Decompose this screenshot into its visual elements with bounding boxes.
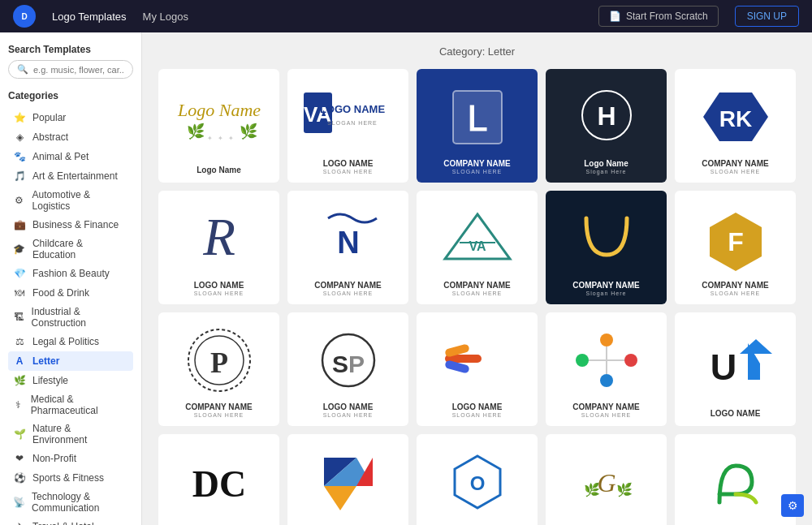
logo-slogan-13: SLOGAN HERE: [452, 412, 503, 418]
logo-card-8[interactable]: VA COMPANY NAMESLOGAN HERE: [417, 191, 538, 304]
logo-image-5: RK: [683, 77, 788, 156]
settings-button[interactable]: ⚙: [781, 494, 804, 517]
logo-slogan-6: SLOGAN HERE: [194, 290, 244, 296]
svg-text:P: P: [210, 346, 228, 379]
logo-card-12[interactable]: SP LOGO NAMESLOGAN HERE: [287, 312, 408, 426]
search-section: Search Templates 🔍: [8, 44, 133, 79]
logo-card-10[interactable]: F COMPANY NAMESLOGAN HERE: [675, 191, 796, 304]
sidebar: Search Templates 🔍 Categories ⭐Popular◈A…: [0, 32, 142, 525]
logo-slogan-2: SLOGAN HERE: [323, 169, 374, 174]
svg-text:VA: VA: [469, 239, 486, 253]
sidebar-item-medical---pharmaceutical[interactable]: ⚕Medical & Pharmaceutical: [8, 390, 133, 420]
sidebar-item-travel---hotel[interactable]: ✈Travel & Hotel: [8, 517, 133, 525]
categories-list: ⭐Popular◈Abstract🐾Animal & Pet🎵Art & Ent…: [8, 108, 133, 525]
cat-icon: A: [13, 355, 26, 368]
main-layout: Search Templates 🔍 Categories ⭐Popular◈A…: [0, 32, 812, 525]
logo-slogan-14: SLOGAN HERE: [581, 412, 632, 418]
sidebar-item-legal---politics[interactable]: ⚖Legal & Politics: [8, 332, 133, 351]
svg-text:✦ ✦ ✦: ✦ ✦ ✦: [207, 135, 235, 142]
sidebar-item-nature---environment[interactable]: 🌱Nature & Environment: [8, 420, 133, 449]
logo-card-5[interactable]: RK COMPANY NAMESLOGAN HERE: [675, 69, 796, 183]
svg-text:Logo Name: Logo Name: [176, 100, 260, 120]
svg-text:F: F: [728, 227, 744, 256]
logo-name-5: COMPANY NAME: [702, 159, 768, 168]
logo-image-20: [683, 442, 788, 521]
logo-name-6: LOGO NAME: [194, 281, 244, 290]
logo-card-13[interactable]: LOGO NAMESLOGAN HERE: [417, 312, 538, 426]
logo-slogan-10: SLOGAN HERE: [710, 290, 761, 296]
logo-card-17[interactable]: COMPANY NAMESLOGAN HERE: [287, 434, 408, 525]
svg-point-32: [600, 374, 613, 387]
sidebar-item-animal---pet[interactable]: 🐾Animal & Pet: [8, 147, 133, 166]
svg-text:G: G: [597, 468, 615, 497]
sidebar-item-food---drink[interactable]: 🍽Food & Drink: [8, 283, 133, 303]
logo-card-2[interactable]: VA LOGO NAME SLOGAN HERE LOGO NAMESLOGAN…: [287, 69, 408, 183]
logo-card-11[interactable]: P COMPANY NAMESLOGAN HERE: [158, 312, 279, 426]
sidebar-item-abstract[interactable]: ◈Abstract: [8, 127, 133, 147]
logo-image-11: P: [166, 321, 271, 399]
cat-icon: ❤: [13, 452, 26, 465]
sidebar-item-non-profit[interactable]: ❤Non-Profit: [8, 449, 133, 468]
logo-card-19[interactable]: 🌿 🌿 G Company NameSlogan Here: [546, 434, 667, 525]
logo-grid: Logo Name 🌿 🌿 ✦ ✦ ✦ Logo Name VA LOGO NA…: [158, 69, 796, 525]
logo-card-4[interactable]: H Logo NameSlogan Here: [546, 69, 667, 183]
svg-text:O: O: [469, 472, 485, 494]
logo-slogan-11: SLOGAN HERE: [194, 412, 244, 418]
sidebar-item-popular[interactable]: ⭐Popular: [8, 108, 133, 127]
nav-logo-templates[interactable]: Logo Templates: [52, 11, 127, 23]
cat-icon: ◈: [13, 131, 26, 144]
logo-image-12: SP: [296, 321, 400, 399]
svg-text:DC: DC: [192, 463, 245, 505]
logo-card-16[interactable]: DC COMPANY NAMESLOGAN HERE: [158, 434, 279, 525]
brand-logo-icon: D: [13, 5, 36, 28]
sidebar-item-industrial---construction[interactable]: 🏗Industrial & Construction: [8, 303, 133, 332]
cat-icon: 🎵: [13, 170, 26, 183]
logo-image-18: O: [425, 442, 529, 521]
svg-rect-39: [748, 364, 760, 380]
logo-image-4: H: [554, 77, 659, 156]
logo-card-6[interactable]: R LOGO NAMESLOGAN HERE: [158, 191, 279, 304]
categories-label: Categories: [8, 90, 133, 101]
logo-slogan-7: SLOGAN HERE: [323, 290, 374, 296]
logo-slogan-12: SLOGAN HERE: [323, 412, 374, 418]
nav-my-logos[interactable]: My Logos: [143, 11, 188, 23]
svg-text:LOGO NAME: LOGO NAME: [319, 103, 384, 115]
logo-card-3[interactable]: L COMPANY NAMESLOGAN HERE: [417, 69, 538, 183]
sidebar-item-letter[interactable]: ALetter: [8, 351, 133, 371]
svg-text:🌿: 🌿: [616, 482, 633, 497]
cat-icon: 📡: [13, 496, 25, 509]
logo-card-15[interactable]: U LOGO NAME: [675, 312, 796, 426]
sidebar-item-sports---fitness[interactable]: ⚽Sports & Fitness: [8, 468, 133, 488]
logo-card-1[interactable]: Logo Name 🌿 🌿 ✦ ✦ ✦ Logo Name: [158, 69, 279, 183]
sidebar-item-automotive---logistics[interactable]: ⚙Automotive & Logistics: [8, 186, 133, 215]
svg-point-34: [624, 354, 637, 367]
logo-card-14[interactable]: COMPANY NAMESLOGAN HERE: [546, 312, 667, 426]
logo-card-20[interactable]: LOGO NAMESLOGAN HERE: [675, 434, 796, 525]
signup-button[interactable]: SIGN UP: [735, 6, 799, 27]
sidebar-item-fashion---beauty[interactable]: 💎Fashion & Beauty: [8, 264, 133, 283]
logo-image-16: DC: [166, 442, 271, 521]
sidebar-item-technology---communication[interactable]: 📡Technology & Communication: [8, 488, 133, 517]
logo-name-1: Logo Name: [197, 166, 240, 174]
search-box: 🔍: [8, 60, 133, 79]
svg-text:SLOGAN HERE: SLOGAN HERE: [327, 120, 378, 126]
search-input[interactable]: [33, 65, 124, 75]
logo-image-15: U: [683, 321, 788, 406]
sidebar-item-childcare---education[interactable]: 🎓Childcare & Education: [8, 235, 133, 264]
start-from-scratch-button[interactable]: 📄 Start From Scratch: [598, 6, 719, 27]
svg-point-31: [600, 334, 613, 346]
sidebar-item-art---entertainment[interactable]: 🎵Art & Entertainment: [8, 166, 133, 186]
document-icon: 📄: [609, 11, 621, 22]
logo-card-9[interactable]: COMPANY NAMESlogan Here: [546, 191, 667, 304]
logo-slogan-3: SLOGAN HERE: [452, 169, 503, 174]
logo-name-8: COMPANY NAME: [443, 281, 510, 290]
logo-image-17: [296, 442, 400, 521]
logo-image-7: N: [296, 199, 400, 278]
search-icon: 🔍: [17, 64, 28, 75]
sidebar-item-lifestyle[interactable]: 🌿Lifestyle: [8, 371, 133, 390]
sidebar-item-business---finance[interactable]: 💼Business & Finance: [8, 215, 133, 235]
cat-icon: 🌱: [13, 428, 26, 441]
logo-card-7[interactable]: N COMPANY NAMESLOGAN HERE: [287, 191, 408, 304]
logo-slogan-8: SLOGAN HERE: [452, 290, 503, 296]
logo-card-18[interactable]: O COMPANY NAMESLOGAN HERE: [417, 434, 538, 525]
